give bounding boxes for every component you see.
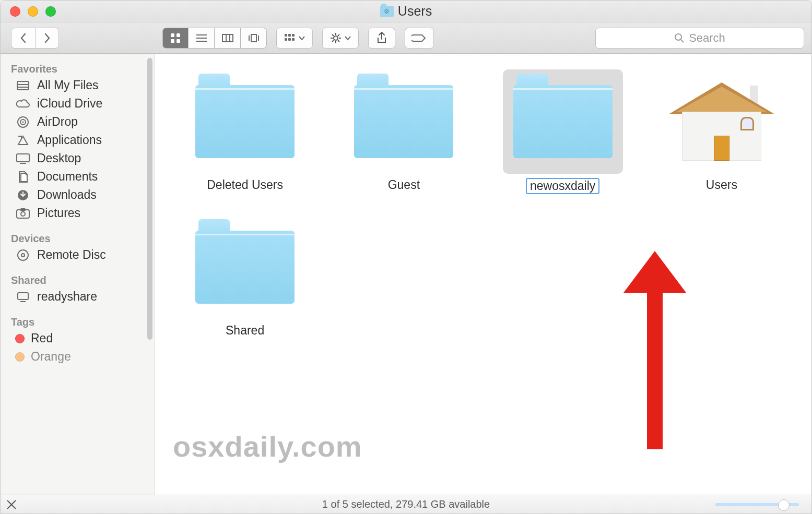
downloads-icon bbox=[15, 188, 31, 202]
minimize-window-button[interactable] bbox=[28, 6, 38, 17]
sidebar-item-documents[interactable]: Documents bbox=[1, 168, 155, 186]
folder-icon bbox=[195, 231, 295, 304]
sidebar-item-label: Remote Disc bbox=[37, 248, 106, 262]
column-view-button[interactable] bbox=[215, 28, 241, 49]
folder-deleted-users[interactable]: Deleted Users bbox=[185, 69, 305, 192]
icon-size-slider[interactable] bbox=[715, 503, 799, 506]
sidebar-item-applications[interactable]: Applications bbox=[1, 131, 155, 149]
item-label-editing[interactable]: newosxdaily bbox=[526, 178, 599, 194]
folder-proxy-icon bbox=[380, 6, 394, 17]
svg-rect-3 bbox=[176, 39, 180, 43]
sidebar-item-label: AirDrop bbox=[37, 115, 78, 129]
svg-rect-1 bbox=[176, 33, 180, 37]
folder-newosxdaily[interactable]: newosxdaily bbox=[503, 69, 623, 194]
sidebar-tag-red[interactable]: Red bbox=[1, 329, 155, 348]
sidebar-heading-tags: Tags bbox=[1, 313, 155, 329]
chevron-down-icon bbox=[299, 35, 305, 41]
tag-icon bbox=[411, 33, 427, 43]
airdrop-icon bbox=[15, 115, 31, 129]
view-mode-segmented bbox=[162, 28, 267, 49]
folder-icon bbox=[513, 85, 613, 158]
svg-point-28 bbox=[675, 34, 681, 40]
svg-rect-30 bbox=[17, 81, 29, 90]
desktop-icon bbox=[15, 152, 31, 165]
home-icon bbox=[669, 82, 774, 161]
svg-rect-36 bbox=[17, 154, 29, 162]
all-files-icon bbox=[15, 79, 31, 92]
svg-rect-7 bbox=[222, 34, 233, 42]
svg-point-35 bbox=[22, 121, 24, 123]
folder-shared[interactable]: Shared bbox=[185, 215, 305, 338]
sidebar-item-all-my-files[interactable]: All My Files bbox=[1, 76, 155, 94]
sidebar-item-icloud-drive[interactable]: iCloud Drive bbox=[1, 94, 155, 113]
network-share-icon bbox=[15, 290, 31, 304]
search-field[interactable]: Search bbox=[595, 28, 804, 49]
window-title: Users bbox=[1, 4, 811, 19]
svg-line-25 bbox=[338, 40, 339, 42]
sidebar-item-remote-disc[interactable]: Remote Disc bbox=[1, 246, 155, 264]
sidebar-heading-shared: Shared bbox=[1, 271, 155, 288]
svg-point-19 bbox=[334, 36, 338, 40]
svg-line-29 bbox=[681, 40, 684, 42]
sidebar-item-readyshare[interactable]: readyshare bbox=[1, 288, 155, 306]
share-button[interactable] bbox=[368, 28, 395, 49]
search-icon bbox=[674, 33, 685, 43]
item-label: Deleted Users bbox=[207, 178, 283, 192]
back-button[interactable] bbox=[11, 28, 35, 49]
coverflow-view-button[interactable] bbox=[241, 28, 267, 49]
nav-group bbox=[11, 28, 59, 49]
gear-icon bbox=[330, 32, 342, 44]
tags-button[interactable] bbox=[405, 28, 434, 49]
sidebar-item-label: All My Files bbox=[37, 78, 99, 92]
sidebar-item-desktop[interactable]: Desktop bbox=[1, 149, 155, 168]
svg-rect-15 bbox=[292, 34, 295, 37]
sidebar-item-label: Desktop bbox=[37, 151, 81, 165]
svg-rect-10 bbox=[251, 34, 256, 42]
svg-rect-44 bbox=[18, 293, 28, 300]
icon-view-button[interactable] bbox=[162, 28, 189, 49]
svg-line-26 bbox=[338, 34, 339, 36]
item-label: Guest bbox=[388, 178, 420, 192]
folder-users-home[interactable]: Users bbox=[662, 69, 782, 192]
svg-rect-14 bbox=[288, 34, 291, 37]
arrange-button[interactable] bbox=[276, 28, 313, 49]
sidebar-item-label: iCloud Drive bbox=[37, 97, 102, 111]
svg-rect-17 bbox=[288, 38, 291, 41]
zoom-window-button[interactable] bbox=[45, 6, 56, 17]
pictures-icon bbox=[15, 207, 31, 220]
window-body: Favorites All My Files iCloud Drive AirD… bbox=[1, 54, 811, 495]
forward-button[interactable] bbox=[35, 28, 59, 49]
sidebar-item-label: Orange bbox=[31, 350, 71, 364]
share-icon bbox=[376, 31, 387, 45]
applications-icon bbox=[15, 134, 31, 147]
search-placeholder: Search bbox=[689, 31, 725, 45]
svg-rect-16 bbox=[285, 38, 287, 41]
sidebar-item-airdrop[interactable]: AirDrop bbox=[1, 113, 155, 131]
titlebar: Users bbox=[1, 1, 811, 22]
action-button[interactable] bbox=[322, 28, 359, 49]
list-view-button[interactable] bbox=[189, 28, 215, 49]
svg-point-40 bbox=[21, 212, 25, 216]
items-grid: Deleted Users Guest newosxdaily bbox=[155, 54, 811, 338]
cloud-icon bbox=[15, 97, 31, 111]
sidebar-tag-orange[interactable]: Orange bbox=[1, 348, 155, 366]
window-title-text: Users bbox=[398, 4, 432, 19]
sidebar-scrollbar[interactable] bbox=[147, 58, 152, 340]
sidebar-item-label: Pictures bbox=[37, 206, 80, 220]
window-controls bbox=[10, 6, 56, 17]
sidebar-item-pictures[interactable]: Pictures bbox=[1, 204, 155, 222]
icon-view-area[interactable]: Deleted Users Guest newosxdaily bbox=[155, 54, 811, 495]
sidebar-item-downloads[interactable]: Downloads bbox=[1, 186, 155, 204]
svg-point-43 bbox=[21, 254, 25, 257]
sidebar-item-label: Red bbox=[31, 331, 53, 345]
svg-rect-0 bbox=[171, 33, 174, 37]
sidebar-heading-devices: Devices bbox=[1, 230, 155, 246]
toolbar: Search bbox=[1, 22, 811, 54]
status-text: 1 of 5 selected, 279.41 GB available bbox=[1, 498, 811, 510]
close-window-button[interactable] bbox=[10, 6, 20, 17]
folder-guest[interactable]: Guest bbox=[344, 69, 464, 192]
sidebar-item-label: Downloads bbox=[37, 188, 97, 202]
annotation-arrow bbox=[637, 251, 673, 449]
chevron-down-icon bbox=[345, 35, 351, 41]
svg-rect-13 bbox=[285, 34, 287, 37]
